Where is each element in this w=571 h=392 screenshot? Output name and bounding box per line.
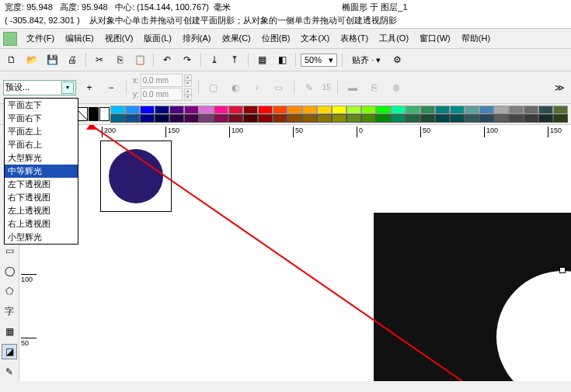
color-swatch[interactable] [406,106,420,114]
color-swatch[interactable] [273,106,287,114]
welcome-button[interactable]: ◧ [273,51,291,68]
dropshadow-tool[interactable]: ◪ [2,344,17,359]
color-swatch[interactable] [169,106,184,114]
color-swatch[interactable] [258,106,273,114]
color-swatch[interactable] [332,114,346,123]
color-swatch[interactable] [184,106,199,114]
preset-option[interactable]: 平面右下 [5,112,78,125]
menu-text[interactable]: 文本(X) [296,30,334,47]
color-swatch[interactable] [89,107,99,121]
canvas-content[interactable] [38,139,571,381]
color-swatch[interactable] [273,114,287,123]
color-swatch[interactable] [391,114,406,123]
add-preset-button[interactable]: + [81,79,98,96]
shadow-dir-2[interactable]: ◐ [227,79,244,96]
color-swatch[interactable] [406,114,420,123]
cut-button[interactable]: ✂ [91,51,108,68]
color-swatch[interactable] [361,106,376,114]
export-button[interactable]: ⤒ [226,51,243,68]
copy-button[interactable]: ⎘ [111,51,128,68]
color-swatch[interactable] [538,114,553,123]
copy-shadow-button[interactable]: ⎘ [366,79,383,96]
color-swatch[interactable] [155,114,169,123]
color-swatch[interactable] [110,114,125,123]
open-button[interactable]: 📂 [23,51,40,68]
color-swatch[interactable] [494,114,509,123]
color-swatch[interactable] [287,114,302,123]
color-swatch[interactable] [509,106,524,114]
preset-option[interactable]: 平面右上 [5,138,78,151]
handle-marker[interactable] [559,267,566,273]
color-swatch[interactable] [553,114,568,123]
color-swatch[interactable] [155,106,169,114]
ellipse-tool[interactable]: ◯ [2,263,17,279]
preset-option[interactable]: 右上透视图 [5,217,78,231]
color-swatch[interactable] [140,114,155,123]
menu-file[interactable]: 文件(F) [22,30,59,47]
preset-dropdown[interactable]: 预设... ▾ 平面左下平面右下平面左上平面右上大型辉光中等辉光左下透视图右下透… [3,80,76,95]
save-button[interactable]: 💾 [44,51,61,68]
color-swatch[interactable] [99,107,110,121]
color-swatch[interactable] [420,114,435,123]
preset-option[interactable]: 中等辉光 [5,165,78,178]
preset-option[interactable]: 左下透视图 [5,178,78,191]
color-swatch[interactable] [214,106,228,114]
preset-option[interactable]: 右下透视图 [5,191,78,204]
table-tool[interactable]: ▦ [2,324,17,339]
color-swatch[interactable] [361,114,376,123]
color-swatch[interactable] [199,114,214,123]
text-tool[interactable]: 字 [2,304,17,319]
color-swatch[interactable] [140,106,155,114]
color-swatch[interactable] [214,114,228,123]
preset-option[interactable]: 大型辉光 [5,151,78,165]
menu-arrange[interactable]: 排列(A) [178,30,216,47]
color-swatch[interactable] [332,106,346,114]
preset-option[interactable]: 平面左下 [5,99,78,112]
menu-view[interactable]: 视图(V) [100,30,138,47]
polygon-tool[interactable]: ⬠ [2,283,17,299]
rect-tool[interactable]: ▭ [2,243,17,258]
color-swatch[interactable] [302,114,317,123]
color-swatch[interactable] [317,114,332,123]
menu-layout[interactable]: 版面(L) [139,30,176,47]
color-swatch[interactable] [258,114,273,123]
color-swatch[interactable] [538,106,553,114]
color-swatch[interactable] [376,114,391,123]
paste-button[interactable]: 📋 [131,51,148,68]
color-swatch[interactable] [509,114,524,123]
menu-bitmap[interactable]: 位图(B) [257,30,295,47]
color-swatch[interactable] [524,114,538,123]
import-button[interactable]: ⤓ [206,51,223,68]
color-swatch[interactable] [125,114,140,123]
color-swatch[interactable] [243,106,258,114]
color-swatch[interactable] [302,106,317,114]
color-swatch[interactable] [110,106,125,114]
eyedropper-tool[interactable]: ✎ [2,364,17,380]
undo-button[interactable]: ↶ [158,51,176,68]
color-swatch[interactable] [435,106,450,114]
menu-edit[interactable]: 编辑(E) [61,30,99,47]
color-swatch[interactable] [184,114,199,123]
zoom-level[interactable]: 50% ▾ [301,54,337,67]
color-swatch[interactable] [287,106,302,114]
menu-help[interactable]: 帮助(H) [457,30,495,47]
color-swatch[interactable] [450,106,465,114]
options-button[interactable]: ⚙ [388,51,406,68]
app-launcher-button[interactable]: ▦ [253,51,270,68]
preset-option[interactable]: 左上透视图 [5,204,78,217]
clear-shadow-button[interactable]: ⊗ [388,79,405,96]
color-swatch[interactable] [376,106,391,114]
redo-button[interactable]: ↷ [179,51,196,68]
menu-tools[interactable]: 工具(O) [374,30,413,47]
new-button[interactable]: 🗋 [3,51,20,68]
preset-option[interactable]: 小型辉光 [5,231,78,244]
color-swatch[interactable] [243,114,258,123]
shadow-dir-4[interactable]: ▭ [270,79,287,96]
shadow-dir-1[interactable]: ▢ [205,79,222,96]
color-swatch[interactable] [524,106,538,114]
y-input[interactable] [141,88,183,101]
feather-button[interactable]: ✎ [301,79,318,96]
color-swatch[interactable] [465,106,479,114]
color-swatch[interactable] [435,114,450,123]
x-input[interactable] [141,74,183,87]
